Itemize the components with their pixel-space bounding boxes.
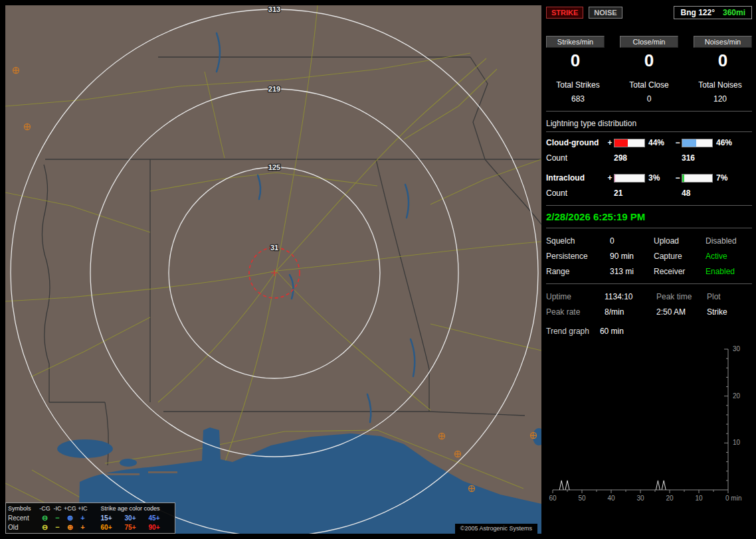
status-grid: Squelch 0 Upload Disabled Persistence 90… — [546, 236, 752, 276]
legend-recent-label: Recent — [8, 514, 39, 522]
trend-x-label: 0 min — [725, 495, 741, 502]
trend-graph-label: Trend graph — [546, 327, 589, 336]
distribution-title: Lightning type distribution — [546, 119, 752, 128]
trend-x-label: 50 — [578, 495, 586, 502]
neg-cg-old-icon: ⊖ — [39, 523, 51, 532]
ring-distance-label: 31 — [270, 244, 278, 252]
bearing-value: Bng 122° — [680, 8, 714, 17]
uptime-value: 1134:10 — [605, 292, 656, 301]
cloud-ground-negative-bar — [682, 139, 713, 147]
cloud-ground-positive-pct: 44% — [648, 138, 674, 147]
strike-symbol — [25, 124, 31, 130]
range-value: 313 mi — [610, 267, 654, 276]
age-code-30: 30+ — [118, 514, 142, 522]
pos-ic-recent-icon: + — [76, 514, 89, 522]
trend-window-value: 60 min — [600, 327, 624, 336]
plot-label: Plot — [707, 292, 752, 301]
bar-fill — [614, 175, 615, 182]
age-code-75: 75+ — [118, 523, 142, 532]
range-label: Range — [546, 267, 610, 276]
strike-symbol — [439, 433, 445, 439]
receiver-status: Enabled — [706, 267, 752, 276]
divider — [546, 205, 752, 206]
rates-row: Strikes/min 0 Close/min 0 Noises/min 0 — [546, 36, 752, 71]
ring-distance-label: 219 — [268, 85, 280, 93]
intracloud-label: Intracloud — [546, 173, 606, 183]
neg-ic-recent-icon: − — [51, 514, 64, 522]
persistence-label: Persistence — [546, 252, 610, 261]
plus-sign: + — [606, 138, 614, 147]
strike-mode-button[interactable]: STRIKE — [546, 7, 583, 19]
strike-symbol — [531, 433, 537, 439]
lightning-map[interactable]: 31321912531 Symbols -CG -IC +CG +IC Stri… — [5, 5, 541, 534]
intracloud-count-row: Count 21 48 — [546, 189, 752, 198]
upload-label: Upload — [654, 236, 706, 246]
minus-sign: − — [674, 138, 682, 147]
close-per-min-button[interactable]: Close/min — [620, 36, 678, 48]
peak-time-label: Peak time — [656, 292, 707, 301]
trend-axes — [553, 349, 728, 493]
totals-row: Total Strikes 683 Total Close 0 Total No… — [546, 80, 752, 104]
intracloud-positive-bar — [614, 174, 645, 183]
bar-fill — [682, 175, 684, 182]
receiver-label: Receiver — [654, 267, 706, 276]
intracloud-positive-pct: 3% — [648, 173, 674, 183]
strikes-per-min-button[interactable]: Strikes/min — [546, 36, 605, 48]
intracloud-row: Intracloud + 3% − 7% — [546, 173, 752, 183]
map-canvas: 31321912531 — [5, 5, 541, 534]
divider — [546, 111, 752, 112]
age-code-90: 90+ — [142, 523, 166, 532]
noises-per-min-button[interactable]: Noises/min — [694, 36, 752, 48]
noise-mode-button[interactable]: NOISE — [589, 7, 622, 19]
legend-age-title: Strike age color codes — [94, 504, 166, 513]
squelch-value: 0 — [610, 236, 654, 246]
strikes-per-min-column: Strikes/min 0 — [546, 36, 605, 71]
nexstorm-app: { "colors": { "land": "#6e6159", "water"… — [0, 0, 756, 539]
total-noises-value: 120 — [688, 94, 752, 104]
close-per-min-column: Close/min 0 — [620, 36, 678, 71]
intracloud-negative-bar — [682, 174, 713, 183]
peak-rate-label: Peak rate — [546, 307, 605, 317]
intracloud-negative-count: 48 — [682, 189, 716, 198]
trend-x-label: 40 — [607, 495, 615, 502]
total-strikes: Total Strikes 683 — [546, 80, 610, 104]
age-code-60: 60+ — [94, 523, 118, 532]
total-noises: Total Noises 120 — [688, 80, 752, 104]
pos-ic-old-icon: + — [76, 523, 89, 532]
legend-symbols-title: Symbols — [8, 504, 39, 513]
cloud-ground-label: Cloud-ground — [546, 138, 606, 147]
noises-per-min-column: Noises/min 0 — [694, 36, 752, 71]
trend-y-label: 20 — [733, 392, 741, 400]
close-per-min-value: 0 — [620, 50, 678, 71]
total-noises-label: Total Noises — [688, 80, 752, 90]
noises-per-min-value: 0 — [694, 50, 752, 71]
intracloud-negative-pct: 7% — [716, 173, 739, 183]
uptime-grid: Uptime 1134:10 Peak time Plot Peak rate … — [546, 292, 752, 317]
squelch-label: Squelch — [546, 236, 610, 246]
count-label: Count — [546, 189, 606, 198]
bar-fill — [614, 139, 628, 147]
capture-status: Active — [706, 252, 752, 261]
minus-sign: − — [674, 173, 682, 183]
mode-toolbar: STRIKE NOISE Bng 122° 360mi — [546, 5, 752, 20]
persistence-value: 90 min — [610, 252, 654, 261]
trend-header: Trend graph 60 min — [546, 327, 752, 336]
neg-cg-recent-icon: ⊖ — [39, 514, 51, 522]
divider — [546, 228, 752, 228]
intracloud-positive-count: 21 — [614, 189, 648, 198]
trend-y-label: 10 — [733, 439, 741, 446]
trend-spikes — [559, 481, 666, 490]
copyright-notice: ©2005 Astrogenic Systems — [455, 524, 537, 534]
strike-symbol — [13, 68, 19, 74]
bar-fill — [682, 139, 696, 147]
cloud-ground-negative-pct: 46% — [716, 138, 739, 147]
bearing-range-value: 360mi — [723, 8, 745, 17]
trend-x-label: 10 — [695, 495, 703, 502]
cloud-ground-row: Cloud-ground + 44% − 46% — [546, 138, 752, 147]
total-close-label: Total Close — [617, 80, 681, 90]
datetime-display: 2/28/2026 6:25:19 PM — [546, 211, 752, 222]
trend-x-label: 30 — [636, 495, 644, 502]
cloud-ground-negative-count: 316 — [682, 153, 716, 163]
count-label: Count — [546, 153, 606, 163]
age-code-15: 15+ — [94, 514, 118, 522]
